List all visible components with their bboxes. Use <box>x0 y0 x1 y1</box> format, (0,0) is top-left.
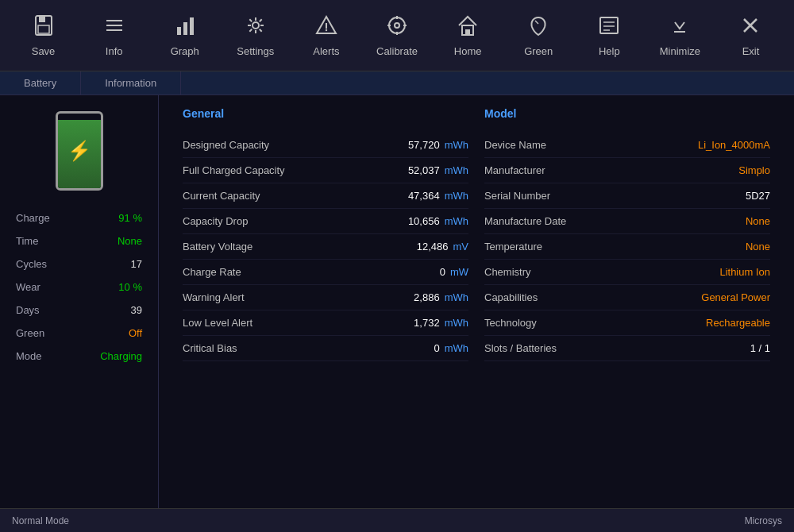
toolbar-btn-info[interactable]: Info <box>79 4 149 67</box>
sidebar-value-days: 39 <box>131 304 142 316</box>
info-column-left: General Designed Capacity57,720mWhFull C… <box>175 107 476 496</box>
sidebar-label-green: Green <box>16 327 44 339</box>
toolbar-label-save: Save <box>32 45 56 57</box>
info-row-label: Technology <box>484 317 537 329</box>
svg-rect-7 <box>183 22 187 35</box>
sidebar-row-green: GreenOff <box>0 322 158 345</box>
svg-rect-2 <box>38 25 49 33</box>
info-row-charge-rate: Charge Rate0mW <box>183 260 468 285</box>
svg-point-11 <box>326 29 327 30</box>
info-row-low-level-alert: Low Level Alert1,732mWh <box>183 310 468 336</box>
info-row-value: 10,656mWh <box>408 215 468 227</box>
info-row-chemistry: ChemistryLithium Ion <box>484 260 770 285</box>
info-row-label: Manufacture Date <box>484 215 566 227</box>
toolbar-label-settings: Settings <box>237 45 274 57</box>
home-icon <box>457 14 479 40</box>
toolbar-btn-home[interactable]: Home <box>433 4 503 67</box>
info-row-critical-bias: Critical Bias0mWh <box>183 336 468 361</box>
toolbar-btn-alerts[interactable]: Alerts <box>291 4 361 67</box>
info-row-value: 1,732mWh <box>414 317 468 329</box>
sidebar-label-time: Time <box>16 235 38 247</box>
info-value-number: 47,364 <box>408 190 440 202</box>
info-row-capacity-drop: Capacity Drop10,656mWh <box>183 209 468 234</box>
info-row-label: Low Level Alert <box>183 317 252 329</box>
info-row-label: Critical Bias <box>183 342 237 354</box>
svg-rect-8 <box>190 17 194 35</box>
info-row-slots-/-batteries: Slots / Batteries1 / 1 <box>484 336 770 361</box>
info-grid: General Designed Capacity57,720mWhFull C… <box>175 107 778 496</box>
info-row-label: Temperature <box>484 241 542 253</box>
info-value-unit: mWh <box>445 190 468 202</box>
toolbar-btn-save[interactable]: Save <box>8 4 79 67</box>
info-row-value: Simplo <box>738 164 770 176</box>
info-row-label: Capabilities <box>484 291 538 303</box>
toolbar-label-exit: Exit <box>742 45 760 57</box>
statusbar: Normal Mode Microsys <box>0 508 794 532</box>
calibrate-icon <box>386 14 408 40</box>
toolbar-label-help: Help <box>599 45 620 57</box>
alerts-icon <box>315 14 337 40</box>
toolbar-btn-green[interactable]: Green <box>503 4 574 67</box>
info-row-value: None <box>746 241 770 253</box>
toolbar-btn-minimize[interactable]: Minimize <box>645 4 715 67</box>
info-row-designed-capacity: Designed Capacity57,720mWh <box>183 133 468 158</box>
info-panel: General Designed Capacity57,720mWhFull C… <box>159 95 794 508</box>
info-row-value: 52,037mWh <box>408 164 468 176</box>
info-row-value: Li_Ion_4000mA <box>698 139 770 151</box>
sidebar: ⚡ Charge91 %TimeNoneCycles17Wear10 %Days… <box>0 95 159 508</box>
info-value-unit: mWh <box>445 139 468 151</box>
svg-point-13 <box>395 23 399 28</box>
info-column-right: Model Device NameLi_Ion_4000mAManufactur… <box>476 107 778 496</box>
svg-rect-5 <box>106 29 122 31</box>
info-value-unit: mWh <box>445 317 468 329</box>
toolbar-btn-exit[interactable]: Exit <box>715 4 786 67</box>
help-icon <box>598 14 620 40</box>
toolbar-label-home: Home <box>454 45 482 57</box>
info-row-warning-alert: Warning Alert2,886mWh <box>183 285 468 310</box>
exit-icon <box>739 14 761 40</box>
green-icon <box>527 14 549 40</box>
toolbar-label-graph: Graph <box>171 45 199 57</box>
toolbar-btn-calibrate[interactable]: Calibrate <box>361 4 432 67</box>
sidebar-label-mode: Mode <box>16 350 42 362</box>
info-row-value: Lithium Ion <box>719 266 770 278</box>
info-icon <box>103 14 125 40</box>
toolbar-btn-help[interactable]: Help <box>574 4 645 67</box>
info-row-label: Designed Capacity <box>183 139 269 151</box>
sidebar-value-wear: 10 % <box>118 281 142 293</box>
info-value-number: 0 <box>434 342 439 354</box>
info-value-number: 2,886 <box>414 291 440 303</box>
svg-rect-4 <box>106 25 122 26</box>
sidebar-row-charge: Charge91 % <box>0 206 158 229</box>
info-row-value: 2,886mWh <box>414 291 468 303</box>
info-row-value: 47,364mWh <box>408 190 468 202</box>
graph-icon <box>174 14 196 40</box>
info-row-label: Current Capacity <box>183 190 260 202</box>
toolbar-label-calibrate: Calibrate <box>376 45 418 57</box>
info-row-full-charged-capacity: Full Charged Capacity52,037mWh <box>183 158 468 183</box>
info-value-number: 1,732 <box>414 317 440 329</box>
info-row-capabilities: CapabilitiesGeneral Power <box>484 285 770 310</box>
info-row-battery-voltage: Battery Voltage12,486mV <box>183 234 468 260</box>
svg-rect-10 <box>326 23 327 29</box>
battery-bolt: ⚡ <box>58 140 101 162</box>
toolbar-btn-graph[interactable]: Graph <box>149 4 220 67</box>
svg-rect-1 <box>39 16 45 22</box>
info-row-label: Serial Number <box>484 190 550 202</box>
info-value-unit: mW <box>450 266 468 278</box>
info-row-label: Warning Alert <box>183 291 245 303</box>
sidebar-label-cycles: Cycles <box>16 258 47 270</box>
svg-line-20 <box>535 21 538 24</box>
sidebar-value-cycles: 17 <box>131 258 142 270</box>
sidebar-value-time: None <box>118 235 142 247</box>
info-value-unit: mWh <box>445 291 468 303</box>
info-row-technology: TechnologyRechargeable <box>484 310 770 336</box>
toolbar-btn-settings[interactable]: Settings <box>220 4 291 67</box>
sidebar-row-wear: Wear10 % <box>0 276 158 299</box>
sidebar-row-cycles: Cycles17 <box>0 253 158 276</box>
sidebar-label-days: Days <box>16 304 40 316</box>
breadcrumb-item-1: Information <box>81 71 181 94</box>
info-row-label: Chemistry <box>484 266 531 278</box>
info-row-device-name: Device NameLi_Ion_4000mA <box>484 133 770 158</box>
info-row-value: 57,720mWh <box>408 139 468 151</box>
